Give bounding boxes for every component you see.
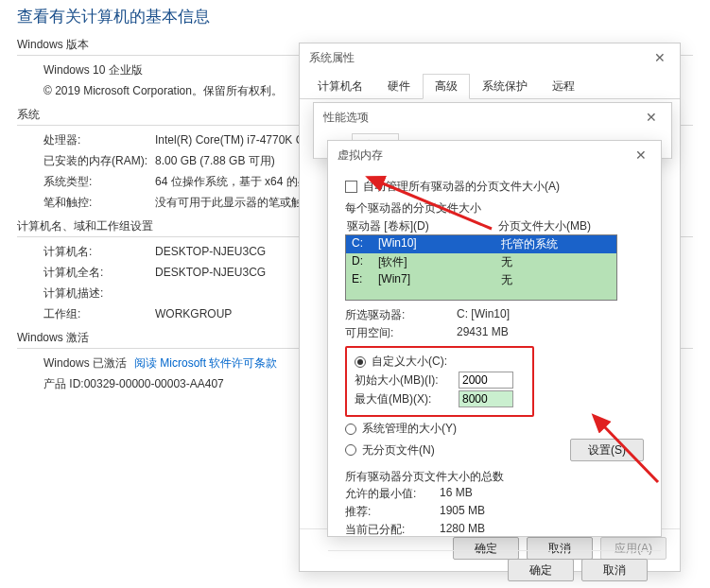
system-properties-tabs: 计算机名 硬件 高级 系统保护 远程	[300, 74, 680, 99]
max-size-label: 最大值(MB)(X):	[355, 391, 453, 407]
page-title: 查看有关计算机的基本信息	[0, 0, 710, 31]
max-size-input[interactable]	[459, 390, 513, 407]
rec-label: 推荐:	[345, 504, 440, 520]
vm-ok-button[interactable]: 确定	[508, 559, 574, 581]
cpu-value: Intel(R) Core(TM) i7-4770K CPU	[155, 131, 320, 148]
cur-value: 1280 MB	[440, 522, 485, 538]
custom-size-group: 自定义大小(C): 初始大小(MB)(I): 最大值(MB)(X):	[345, 346, 534, 417]
drive-label: [Win7]	[378, 272, 444, 288]
cpu-label: 处理器:	[43, 131, 155, 148]
totals-header: 所有驱动器分页文件大小的总数	[345, 469, 644, 485]
min-label: 允许的最小值:	[345, 486, 440, 502]
virtual-memory-dialog: 虚拟内存 ✕ 自动管理所有驱动器的分页文件大小(A) 每个驱动器的分页文件大小 …	[327, 140, 662, 537]
product-id-label: 产品 ID:	[43, 375, 84, 392]
tab-hardware[interactable]: 硬件	[375, 74, 423, 99]
system-properties-title: 系统属性	[309, 50, 355, 66]
radio-system-managed[interactable]	[345, 424, 356, 435]
tab-system-protection[interactable]: 系统保护	[470, 74, 540, 99]
radio-no-paging-file[interactable]	[345, 444, 356, 456]
available-space-label: 可用空间:	[345, 325, 457, 341]
copyright: © 2019 Microsoft Corporation。保留所有权利。	[43, 82, 283, 99]
full-name-label: 计算机全名:	[43, 264, 155, 281]
radio-custom-size-label: 自定义大小(C):	[372, 354, 447, 370]
selected-drive-value: C: [Win10]	[457, 307, 510, 323]
edition-value: Windows 10 企业版	[43, 61, 143, 78]
drive-header-size: 分页文件大小(MB)	[442, 218, 642, 234]
drive-header-drive: 驱动器 [卷标](D)	[347, 218, 442, 234]
type-label: 系统类型:	[43, 173, 155, 190]
drive-size: 无	[444, 254, 611, 270]
ram-value: 8.00 GB (7.88 GB 可用)	[155, 152, 275, 169]
drive-label: [Win10]	[378, 236, 444, 252]
drive-row[interactable]: D: [软件] 无	[346, 253, 616, 271]
full-name-value: DESKTOP-NJEU3CG	[155, 264, 266, 281]
tab-advanced[interactable]: 高级	[423, 74, 470, 99]
wg-value: WORKGROUP	[155, 305, 232, 322]
close-icon[interactable]: ✕	[621, 141, 661, 169]
drive-letter: E:	[352, 272, 378, 288]
set-button[interactable]: 设置(S)	[570, 439, 644, 461]
virtual-memory-title: 虚拟内存	[338, 147, 383, 164]
close-icon[interactable]: ✕	[640, 43, 680, 72]
drive-list[interactable]: C: [Win10] 托管的系统 D: [软件] 无 E: [Win7] 无	[345, 234, 617, 301]
initial-size-label: 初始大小(MB)(I):	[355, 372, 453, 389]
rec-value: 1905 MB	[440, 504, 485, 520]
wg-label: 工作组:	[43, 305, 155, 322]
tab-computer-name[interactable]: 计算机名	[305, 74, 375, 99]
drive-size: 托管的系统	[444, 236, 611, 252]
type-value: 64 位操作系统，基于 x64 的处理	[155, 173, 320, 190]
drive-row[interactable]: C: [Win10] 托管的系统	[346, 235, 616, 253]
pen-label: 笔和触控:	[43, 194, 155, 211]
initial-size-input[interactable]	[459, 372, 513, 389]
desc-label: 计算机描述:	[43, 285, 155, 302]
activation-status: Windows 已激活	[43, 355, 127, 372]
product-id-value: 00329-00000-00003-AA407	[84, 375, 224, 392]
radio-custom-size[interactable]	[355, 356, 366, 368]
drive-size: 无	[444, 272, 611, 288]
tab-remote[interactable]: 远程	[540, 74, 587, 99]
auto-manage-label: 自动管理所有驱动器的分页文件大小(A)	[363, 179, 560, 195]
radio-no-paging-file-label: 无分页文件(N)	[362, 442, 435, 458]
each-drive-label: 每个驱动器的分页文件大小	[345, 200, 644, 216]
license-link[interactable]: 阅读 Microsoft 软件许可条款	[134, 355, 277, 372]
vm-cancel-button[interactable]: 取消	[581, 559, 648, 581]
drive-letter: C:	[352, 236, 378, 252]
computer-name-label: 计算机名:	[43, 243, 155, 260]
close-icon[interactable]: ✕	[632, 103, 671, 131]
computer-name-value: DESKTOP-NJEU3CG	[155, 243, 266, 260]
available-space-value: 29431 MB	[457, 325, 509, 341]
radio-system-managed-label: 系统管理的大小(Y)	[362, 421, 457, 437]
selected-drive-label: 所选驱动器:	[345, 307, 457, 323]
drive-letter: D:	[352, 254, 378, 270]
ram-label: 已安装的内存(RAM):	[43, 152, 155, 169]
performance-options-title: 性能选项	[323, 110, 369, 126]
cur-label: 当前已分配:	[345, 522, 440, 538]
auto-manage-checkbox[interactable]	[345, 181, 357, 193]
drive-row[interactable]: E: [Win7] 无	[346, 271, 616, 289]
drive-label: [软件]	[378, 254, 444, 270]
min-value: 16 MB	[440, 486, 473, 502]
